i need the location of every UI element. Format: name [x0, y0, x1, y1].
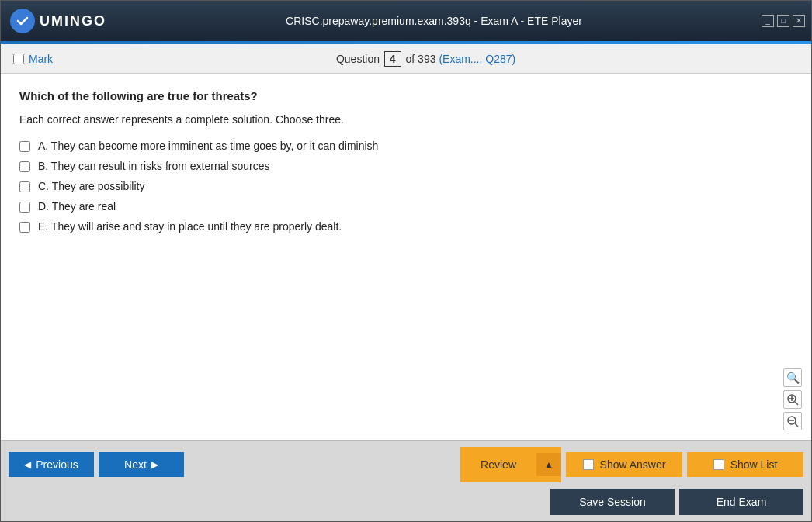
next-button[interactable]: Next ▶ — [99, 452, 184, 477]
zoom-out-button[interactable] — [783, 412, 802, 430]
svg-line-6 — [795, 423, 798, 427]
question-nav: Question 4 of 393 (Exam..., Q287) — [53, 51, 799, 67]
option-checkbox-c[interactable] — [19, 181, 30, 192]
close-button[interactable]: ✕ — [793, 15, 805, 27]
previous-label: Previous — [36, 458, 78, 471]
previous-arrow-icon: ◀ — [24, 459, 31, 470]
zoom-controls: 🔍 — [783, 368, 802, 430]
title-bar: UMINGO CRISC.prepaway.premium.exam.393q … — [1, 1, 811, 41]
window-controls: _ □ ✕ — [762, 15, 805, 27]
window-title: CRISC.prepaway.premium.exam.393q - Exam … — [106, 15, 762, 27]
minimize-button[interactable]: _ — [762, 15, 774, 27]
end-exam-button[interactable]: End Exam — [679, 489, 803, 515]
logo-icon — [10, 9, 35, 33]
review-label: Review — [460, 458, 536, 471]
question-instruction: Each correct answer represents a complet… — [19, 113, 793, 126]
question-title: Which of the following are true for thre… — [19, 89, 793, 102]
toolbar: Mark Question 4 of 393 (Exam..., Q287) — [1, 44, 811, 74]
show-list-checkbox-icon — [713, 459, 724, 470]
bottom-bar-2: Save Session End Exam — [1, 489, 811, 521]
option-checkbox-a[interactable] — [19, 141, 30, 152]
mark-label[interactable]: Mark — [29, 53, 53, 65]
answer-options: A. They can become more imminent as time… — [19, 140, 793, 233]
mark-input[interactable] — [13, 54, 24, 64]
bottom-bar: ◀ Previous Next ▶ Review ▲ Show Answer S… — [1, 440, 811, 489]
search-button[interactable]: 🔍 — [783, 368, 802, 387]
answer-option-b[interactable]: B. They can result in risks from externa… — [19, 160, 793, 172]
svg-line-2 — [795, 402, 798, 405]
title-bar-left: UMINGO — [10, 9, 106, 33]
question-total: of 393 — [406, 53, 436, 65]
previous-button[interactable]: ◀ Previous — [9, 452, 94, 477]
option-text-b: B. They can result in risks from externa… — [38, 160, 270, 172]
show-list-label: Show List — [730, 458, 778, 471]
option-text-a: A. They can become more imminent as time… — [38, 140, 378, 152]
logo-text: UMINGO — [40, 13, 106, 29]
show-list-button[interactable]: Show List — [687, 452, 803, 477]
content-area: Which of the following are true for thre… — [1, 74, 811, 440]
next-arrow-icon: ▶ — [151, 459, 158, 470]
option-checkbox-b[interactable] — [19, 161, 30, 172]
show-answer-checkbox-icon — [583, 459, 594, 470]
zoom-in-button[interactable] — [783, 390, 802, 409]
logo: UMINGO — [10, 9, 106, 33]
show-answer-label: Show Answer — [600, 458, 666, 471]
answer-option-d[interactable]: D. They are real — [19, 200, 793, 213]
question-ref: (Exam..., Q287) — [439, 53, 515, 65]
review-dropdown-icon: ▲ — [536, 453, 561, 476]
show-answer-button[interactable]: Show Answer — [566, 452, 682, 477]
question-number: 4 — [384, 51, 401, 67]
option-checkbox-d[interactable] — [19, 202, 30, 213]
main-window: UMINGO CRISC.prepaway.premium.exam.393q … — [0, 0, 812, 522]
option-text-d: D. They are real — [38, 200, 116, 213]
option-checkbox-e[interactable] — [19, 222, 30, 233]
answer-option-a[interactable]: A. They can become more imminent as time… — [19, 140, 793, 152]
maximize-button[interactable]: □ — [777, 15, 789, 27]
answer-option-c[interactable]: C. They are possibility — [19, 180, 793, 192]
mark-checkbox[interactable]: Mark — [13, 53, 53, 65]
next-label: Next — [124, 458, 147, 471]
review-button[interactable]: Review ▲ — [460, 447, 561, 482]
option-text-e: E. They will arise and stay in place unt… — [38, 220, 342, 233]
option-text-c: C. They are possibility — [38, 180, 144, 192]
save-session-button[interactable]: Save Session — [550, 489, 675, 515]
answer-option-e[interactable]: E. They will arise and stay in place unt… — [19, 220, 793, 233]
question-label: Question — [336, 53, 380, 65]
